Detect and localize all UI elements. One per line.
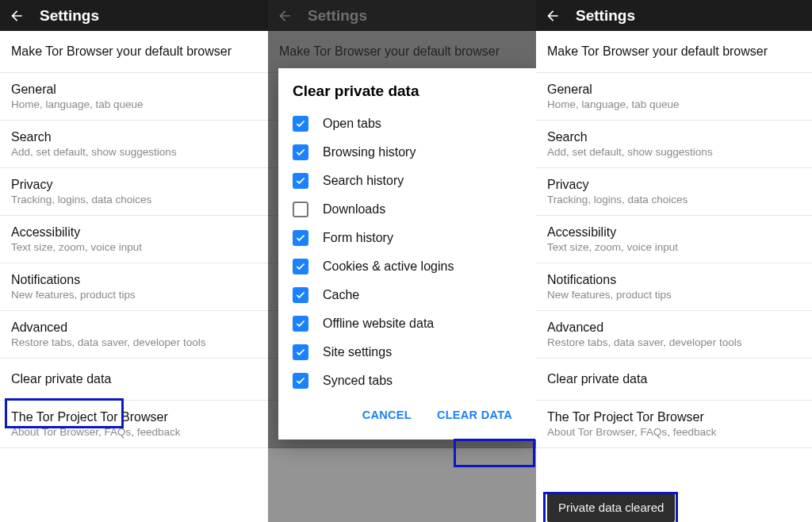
checkbox-icon[interactable]: [293, 287, 308, 303]
settings-item-notifications[interactable]: Notifications New features, product tips: [0, 263, 268, 311]
dialog-title: Clear private data: [293, 83, 522, 100]
dialog-option-label: Search history: [323, 174, 404, 188]
dialog-option-label: Form history: [323, 231, 393, 245]
settings-screen-toast: Settings Make Tor Browser your default b…: [536, 0, 812, 522]
dialog-option[interactable]: Open tabs: [293, 109, 522, 138]
cancel-button[interactable]: CANCEL: [353, 401, 421, 428]
checkbox-icon[interactable]: [293, 144, 308, 160]
clear-data-button[interactable]: CLEAR DATA: [427, 401, 522, 428]
settings-item-privacy[interactable]: Privacy Tracking, logins, data choices: [0, 168, 268, 216]
settings-item-about[interactable]: The Tor Project Tor Browser About Tor Br…: [536, 401, 812, 448]
settings-item-advanced[interactable]: Advanced Restore tabs, data saver, devel…: [536, 311, 812, 359]
checkbox-icon[interactable]: [293, 202, 308, 217]
settings-screen-initial: Settings Make Tor Browser your default b…: [0, 0, 268, 522]
checkbox-icon[interactable]: [293, 316, 308, 332]
dialog-option[interactable]: Browsing history: [293, 138, 522, 167]
back-arrow-icon[interactable]: [544, 7, 561, 25]
settings-make-default[interactable]: Make Tor Browser your default browser: [536, 31, 812, 73]
checkbox-icon[interactable]: [293, 344, 308, 360]
settings-item-search[interactable]: Search Add, set default, show suggestion…: [536, 121, 812, 168]
dialog-option[interactable]: Search history: [293, 167, 522, 195]
dialog-option-label: Downloads: [323, 202, 385, 217]
settings-item-about[interactable]: The Tor Project Tor Browser About Tor Br…: [0, 401, 268, 448]
settings-item-clear-private-data[interactable]: Clear private data: [536, 359, 812, 401]
dialog-option-label: Cookies & active logins: [323, 259, 454, 274]
dialog-option-label: Open tabs: [323, 117, 381, 131]
dialog-option[interactable]: Site settings: [293, 338, 522, 367]
settings-item-general[interactable]: General Home, language, tab queue: [536, 73, 812, 121]
private-data-cleared-toast: Private data cleared: [547, 493, 675, 522]
header-title: Settings: [40, 7, 99, 25]
settings-screen-dialog: Settings Make Tor Browser your default b…: [268, 0, 536, 522]
dialog-options: Open tabsBrowsing historySearch historyD…: [293, 109, 522, 395]
dialog-option[interactable]: Cookies & active logins: [293, 252, 522, 281]
clear-private-data-dialog: Clear private data Open tabsBrowsing his…: [278, 68, 536, 439]
checkbox-icon[interactable]: [293, 373, 308, 389]
dialog-option[interactable]: Offline website data: [293, 309, 522, 338]
checkbox-icon[interactable]: [293, 230, 308, 246]
dialog-option-label: Offline website data: [323, 317, 434, 331]
settings-item-notifications[interactable]: Notifications New features, product tips: [536, 263, 812, 311]
settings-item-clear-private-data[interactable]: Clear private data: [0, 359, 268, 401]
settings-item-accessibility[interactable]: Accessibility Text size, zoom, voice inp…: [0, 216, 268, 263]
dialog-actions: CANCEL CLEAR DATA: [293, 401, 522, 428]
checkbox-icon[interactable]: [293, 173, 308, 189]
dialog-option-label: Site settings: [323, 345, 392, 359]
dialog-option-label: Synced tabs: [323, 374, 393, 388]
back-arrow-icon[interactable]: [8, 7, 25, 25]
settings-item-general[interactable]: General Home, language, tab queue: [0, 73, 268, 121]
dialog-option[interactable]: Downloads: [293, 195, 522, 224]
app-header: Settings: [0, 0, 268, 31]
settings-list: Make Tor Browser your default browser Ge…: [0, 31, 268, 448]
settings-item-search[interactable]: Search Add, set default, show suggestion…: [0, 121, 268, 168]
app-header: Settings: [536, 0, 812, 31]
settings-item-privacy[interactable]: Privacy Tracking, logins, data choices: [536, 168, 812, 216]
settings-item-advanced[interactable]: Advanced Restore tabs, data saver, devel…: [0, 311, 268, 359]
header-title: Settings: [576, 7, 635, 25]
settings-item-accessibility[interactable]: Accessibility Text size, zoom, voice inp…: [536, 216, 812, 263]
checkbox-icon[interactable]: [293, 259, 308, 274]
dialog-option[interactable]: Synced tabs: [293, 367, 522, 395]
dialog-option-label: Cache: [323, 288, 359, 302]
dialog-option[interactable]: Form history: [293, 224, 522, 252]
settings-list: Make Tor Browser your default browser Ge…: [536, 31, 812, 448]
settings-make-default[interactable]: Make Tor Browser your default browser: [0, 31, 268, 73]
checkbox-icon[interactable]: [293, 116, 308, 132]
dialog-option[interactable]: Cache: [293, 281, 522, 309]
dialog-option-label: Browsing history: [323, 145, 416, 159]
